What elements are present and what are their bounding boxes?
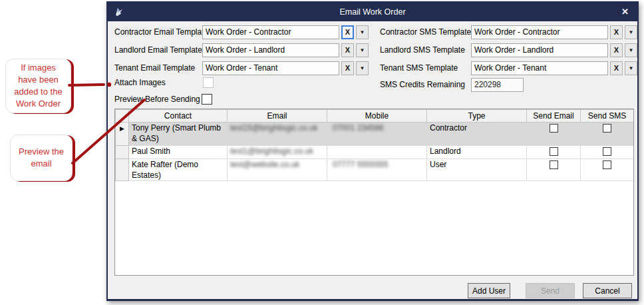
callout-text-line: If images bbox=[6, 62, 71, 74]
send-sms-checkbox[interactable] bbox=[603, 124, 611, 133]
tenant-sms-template-dropdown-button[interactable]: ▼ bbox=[625, 61, 637, 75]
blurred-email-text: test1@brightlogic.co.uk bbox=[230, 147, 313, 156]
type-cell: User bbox=[427, 159, 527, 181]
preview-before-sending-label: Preview Before Sending bbox=[114, 93, 200, 107]
contact-cell: Kate Rafter (Demo Estates) bbox=[129, 159, 228, 181]
contractor-email-template-label: Contractor Email Template bbox=[114, 25, 208, 39]
landlord-email-template-label: Landlord Email Template bbox=[114, 43, 202, 57]
clear-x-icon: X bbox=[345, 65, 350, 72]
row-selector-cell[interactable] bbox=[116, 146, 129, 159]
type-cell: Landlord bbox=[427, 146, 527, 159]
send-button[interactable]: Send bbox=[526, 283, 575, 298]
recipients-table: Contact Email Mobile Type Send Email Sen… bbox=[115, 109, 634, 276]
send-sms-checkbox[interactable] bbox=[603, 160, 611, 169]
column-header-mobile[interactable]: Mobile bbox=[327, 110, 427, 123]
contractor-sms-template-clear-button[interactable]: X bbox=[610, 25, 623, 39]
landlord-sms-template-dropdown-button[interactable]: ▼ bbox=[625, 43, 637, 57]
table-row[interactable]: Kate Rafter (Demo Estates) test@website.… bbox=[116, 159, 634, 181]
add-user-button[interactable]: Add User bbox=[468, 283, 510, 298]
close-icon: ✕ bbox=[621, 7, 629, 17]
blurred-mobile-text: 07777 5555555 bbox=[333, 160, 388, 169]
landlord-sms-template-field[interactable]: Work Order - Landlord bbox=[471, 43, 608, 57]
row-selector-cell[interactable]: ▶ bbox=[116, 123, 129, 146]
mobile-cell: 07001 234566 bbox=[327, 123, 427, 146]
cancel-button[interactable]: Cancel bbox=[583, 283, 632, 298]
recipients-grid: Contact Email Mobile Type Send Email Sen… bbox=[114, 109, 634, 276]
column-header-send-email[interactable]: Send Email bbox=[527, 110, 581, 123]
grid-empty-area bbox=[116, 181, 634, 276]
table-row[interactable]: Paul Smith test1@brightlogic.co.uk Landl… bbox=[116, 146, 634, 159]
blurred-mobile-text: 07001 234566 bbox=[333, 123, 384, 133]
tenant-sms-template-clear-button[interactable]: X bbox=[610, 61, 623, 75]
dropdown-arrow-icon: ▼ bbox=[629, 30, 634, 35]
send-email-cell bbox=[527, 146, 581, 159]
column-header-type[interactable]: Type bbox=[427, 110, 527, 123]
landlord-email-template-clear-button[interactable]: X bbox=[341, 43, 354, 57]
callout-preview-email: Preview the email bbox=[10, 135, 73, 181]
send-sms-cell bbox=[581, 159, 634, 181]
send-sms-checkbox[interactable] bbox=[603, 147, 611, 156]
table-row[interactable]: ▶ Tony Perry (Smart Plumb & GAS) test15@… bbox=[116, 123, 634, 146]
blurred-email-text: test15@brightlogic.co.uk bbox=[230, 123, 318, 133]
send-email-cell bbox=[527, 159, 581, 181]
mobile-cell: 07777 5555555 bbox=[327, 159, 427, 181]
blurred-email-text: test@website.co.uk bbox=[230, 160, 299, 169]
mobile-cell bbox=[327, 146, 427, 159]
tenant-email-template-dropdown-button[interactable]: ▼ bbox=[356, 61, 369, 75]
email-cell: test@website.co.uk bbox=[228, 159, 327, 181]
contact-cell: Paul Smith bbox=[129, 146, 228, 159]
column-header-email[interactable]: Email bbox=[228, 110, 327, 123]
type-cell: Contractor bbox=[427, 123, 527, 146]
grid-header-row: Contact Email Mobile Type Send Email Sen… bbox=[116, 110, 634, 123]
callout-text-line: email bbox=[11, 158, 72, 170]
email-work-order-dialog: Email Work Order ✕ Contractor Email Temp… bbox=[106, 1, 639, 301]
sms-credits-remaining-field: 220298 bbox=[471, 78, 524, 92]
tenant-email-template-label: Tenant Email Template bbox=[114, 61, 195, 75]
email-cell: test15@brightlogic.co.uk bbox=[228, 123, 327, 146]
tenant-email-template-clear-button[interactable]: X bbox=[341, 61, 354, 75]
send-email-checkbox[interactable] bbox=[550, 160, 558, 169]
landlord-email-template-dropdown-button[interactable]: ▼ bbox=[356, 43, 369, 57]
page-background: If images have been added to the Work Or… bbox=[0, 0, 644, 305]
tenant-email-template-field[interactable]: Work Order - Tenant bbox=[202, 61, 339, 75]
dropdown-arrow-icon: ▼ bbox=[360, 66, 365, 71]
dropdown-arrow-icon: ▼ bbox=[360, 30, 365, 35]
row-selector-cell[interactable] bbox=[116, 159, 129, 181]
callout-text-line: added to the bbox=[6, 86, 71, 98]
send-email-checkbox[interactable] bbox=[550, 124, 558, 133]
callout-text-line: Preview the bbox=[11, 146, 72, 158]
clear-x-icon: X bbox=[614, 29, 619, 36]
landlord-email-template-field[interactable]: Work Order - Landlord bbox=[202, 43, 339, 57]
email-cell: test1@brightlogic.co.uk bbox=[228, 146, 327, 159]
attach-images-checkbox[interactable] bbox=[203, 77, 214, 88]
callout-text-line: have been bbox=[6, 74, 71, 86]
tenant-sms-template-field[interactable]: Work Order - Tenant bbox=[471, 61, 608, 75]
contractor-email-template-field[interactable]: Work Order - Contractor bbox=[202, 25, 339, 39]
sms-credits-remaining-label: SMS Credits Remaining bbox=[380, 78, 465, 92]
dropdown-arrow-icon: ▼ bbox=[629, 66, 634, 71]
landlord-sms-template-clear-button[interactable]: X bbox=[610, 43, 623, 57]
attach-images-connector-line bbox=[69, 85, 104, 85]
contractor-email-template-clear-button[interactable]: X bbox=[341, 25, 354, 39]
grid-corner-header[interactable] bbox=[116, 110, 129, 123]
contractor-sms-template-field[interactable]: Work Order - Contractor bbox=[471, 25, 608, 39]
contractor-sms-template-label: Contractor SMS Template bbox=[380, 25, 471, 39]
contractor-email-template-dropdown-button[interactable]: ▼ bbox=[356, 25, 369, 39]
close-button[interactable]: ✕ bbox=[621, 3, 629, 21]
clear-x-icon: X bbox=[614, 65, 619, 72]
tenant-sms-template-label: Tenant SMS Template bbox=[380, 61, 458, 75]
dropdown-arrow-icon: ▼ bbox=[629, 48, 634, 53]
send-email-checkbox[interactable] bbox=[550, 147, 558, 156]
send-sms-cell bbox=[581, 123, 634, 146]
column-header-contact[interactable]: Contact bbox=[129, 110, 228, 123]
clear-x-icon: X bbox=[345, 29, 350, 36]
contractor-sms-template-dropdown-button[interactable]: ▼ bbox=[625, 25, 637, 39]
contact-cell: Tony Perry (Smart Plumb & GAS) bbox=[129, 123, 228, 146]
send-sms-cell bbox=[581, 146, 634, 159]
column-header-send-sms[interactable]: Send SMS bbox=[581, 110, 634, 123]
app-logo-icon bbox=[114, 7, 124, 17]
dialog-title: Email Work Order bbox=[339, 7, 405, 17]
dialog-titlebar[interactable]: Email Work Order ✕ bbox=[108, 3, 637, 21]
preview-before-sending-checkbox[interactable] bbox=[202, 94, 212, 105]
clear-x-icon: X bbox=[614, 47, 619, 54]
